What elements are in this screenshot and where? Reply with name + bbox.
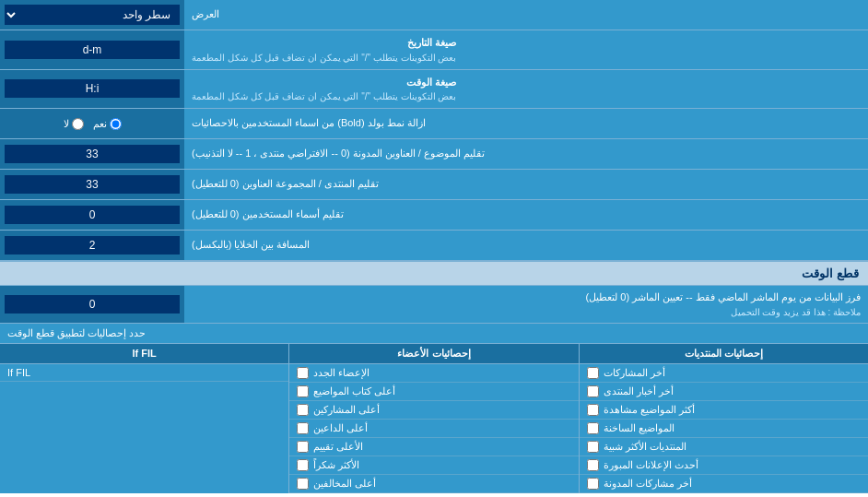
freeze-data-sub: ملاحظة : هذا قد يزيد وقت التحميل [192,305,861,319]
display-mode-label: العرض [184,0,868,30]
time-format-label: صيغة الوقت بعض التكوينات يتطلب "/" التي … [184,70,868,109]
freeze-data-row: فرز البيانات من يوم الماشر الماضي فقط --… [0,286,868,324]
topic-trim-input-cell [0,139,184,169]
bold-yes-radio[interactable] [110,118,122,130]
display-mode-input-cell: سطر واحد سطران ثلاثة أسطر [0,0,184,30]
checkbox-most-viewed[interactable] [587,404,599,416]
time-format-input[interactable] [5,79,180,98]
bold-no-label[interactable]: لا [64,118,84,130]
date-format-label-line2: بعض التكوينات يتطلب "/" التي يمكن ان تضا… [192,51,456,65]
col-header-extra: If FIL [0,344,288,363]
username-trim-label: تقليم أسماء المستخدمين (0 للتعطيل) [184,200,868,230]
date-format-label-line1: صيغة التاريخ [192,35,456,51]
list-item: أخر مشاركات المدونة [580,475,868,493]
checkbox-most-thanked[interactable] [297,459,309,471]
cell-spacing-row: المسافة بين الخلايا (بالبكسل) [0,231,868,261]
forum-trim-label: تقليم المنتدى / المجموعة العناوين (0 للت… [184,170,868,199]
date-format-input[interactable] [5,41,180,59]
checkbox-last-posts[interactable] [587,367,599,379]
list-item: أحدث الإعلانات المبورة [580,456,868,475]
checkboxes-col-forums: أخر المشاركات أخر أخبار المنتدى أكثر الم… [579,364,868,493]
checkbox-blog-posts[interactable] [587,478,599,490]
username-trim-input-cell [0,200,184,230]
username-trim-row: تقليم أسماء المستخدمين (0 للتعطيل) [0,200,868,231]
bold-remove-radio-cell: نعم لا [0,109,184,138]
checkboxes-col-members: الإعضاء الجدد أعلى كتاب المواضيع أعلى ال… [288,364,578,493]
date-format-label: صيغة التاريخ بعض التكوينات يتطلب "/" الت… [184,30,868,69]
checkboxes-header-row: إحصائيات المنتديات إحصائيات الأعضاء If F… [0,344,868,364]
freeze-data-main: فرز البيانات من يوم الماشر الماضي فقط --… [192,290,861,305]
checkbox-top-violators[interactable] [297,478,309,490]
list-item: أعلى الداعين [289,420,578,438]
topic-trim-input[interactable] [5,145,180,163]
col-header-members: إحصائيات الأعضاء [288,344,578,363]
bold-remove-row: ازالة نمط بولد (Bold) من اسماء المستخدمي… [0,109,868,139]
topic-trim-row: تقليم الموضوع / العناوين المدونة (0 -- ا… [0,139,868,170]
display-mode-select[interactable]: سطر واحد سطران ثلاثة أسطر [5,5,180,25]
list-item: الإعضاء الجدد [289,364,578,383]
list-item: المنتديات الأكثر شبية [580,438,868,456]
forum-trim-input[interactable] [5,175,180,194]
bold-yes-label[interactable]: نعم [93,118,122,130]
date-format-row: صيغة التاريخ بعض التكوينات يتطلب "/" الت… [0,30,868,70]
date-format-input-cell [0,30,184,69]
bold-no-radio[interactable] [72,118,84,130]
list-item: الأعلى تقييم [289,438,578,456]
forum-trim-input-cell [0,170,184,199]
checkbox-top-posters[interactable] [297,404,309,416]
checkbox-hot-topics[interactable] [587,422,599,434]
username-trim-input[interactable] [5,206,180,224]
list-item: أخر أخبار المنتدى [580,383,868,401]
list-item-extra: If FIL [0,364,288,382]
bold-remove-label: ازالة نمط بولد (Bold) من اسماء المستخدمي… [184,109,868,138]
checkbox-new-members[interactable] [297,367,309,379]
list-item: الأكثر شكراً [289,456,578,475]
checkboxes-body: أخر المشاركات أخر أخبار المنتدى أكثر الم… [0,364,868,493]
limit-row: حدد إحصاليات لتطبيق قطع الوقت [0,324,868,344]
list-item: أكثر المواضيع مشاهدة [580,401,868,420]
forum-trim-row: تقليم المنتدى / المجموعة العناوين (0 للت… [0,170,868,200]
time-format-label-line2: بعض التكوينات يتطلب "/" التي يمكن ان تضا… [192,89,456,103]
freeze-section-header: قطع الوقت [0,261,868,286]
col-header-forums: إحصائيات المنتديات [579,344,868,363]
list-item: أعلى المخالفين [289,475,578,493]
checkboxes-col-extra: If FIL [0,364,288,493]
cell-spacing-label: المسافة بين الخلايا (بالبكسل) [184,231,868,260]
list-item: أعلى المشاركين [289,401,578,420]
topic-trim-label: تقليم الموضوع / العناوين المدونة (0 -- ا… [184,139,868,169]
cell-spacing-input-cell [0,231,184,260]
display-mode-row: العرض سطر واحد سطران ثلاثة أسطر [0,0,868,30]
time-format-row: صيغة الوقت بعض التكوينات يتطلب "/" التي … [0,70,868,110]
checkbox-top-inviters[interactable] [297,422,309,434]
cell-spacing-input[interactable] [5,236,180,254]
checkbox-top-rated[interactable] [297,441,309,453]
time-format-label-line1: صيغة الوقت [192,75,456,90]
time-format-input-cell [0,70,184,109]
checkbox-forum-news[interactable] [587,385,599,397]
freeze-data-input[interactable] [5,295,180,314]
limit-label: حدد إحصاليات لتطبيق قطع الوقت [7,327,146,339]
list-item: أخر المشاركات [580,364,868,383]
list-item: المواضيع الساخنة [580,420,868,438]
list-item: أعلى كتاب المواضيع [289,383,578,401]
checkbox-active-forums[interactable] [587,441,599,453]
checkbox-latest-announcements[interactable] [587,459,599,471]
checkbox-top-topic-writers[interactable] [297,385,309,397]
freeze-data-label: فرز البيانات من يوم الماشر الماضي فقط --… [184,286,868,323]
freeze-data-input-cell [0,286,184,323]
